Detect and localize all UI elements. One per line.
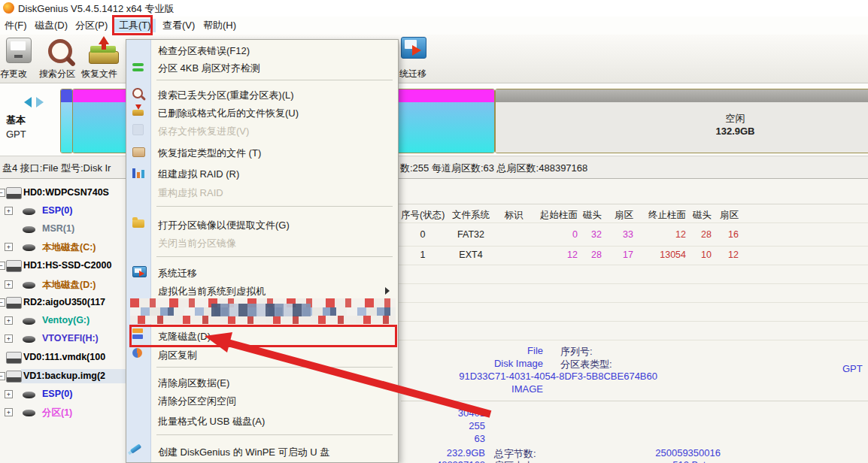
menu-item-sector-copy[interactable]: 扇区复制 — [126, 346, 398, 363]
disk-icon — [6, 352, 22, 364]
menu-item-4kb-alignment[interactable]: 分区 4KB 扇区对齐检测 — [126, 59, 398, 76]
cell-end-cyl[interactable]: 12 — [638, 229, 686, 241]
annotation-box-clone-disk — [129, 325, 397, 347]
menu-separator — [156, 367, 393, 368]
tree-item-hd0[interactable]: HD0:WDPCSN740S — [0, 185, 134, 201]
info-separator — [401, 401, 868, 401]
col-header-end-head[interactable]: 磁头 — [690, 209, 712, 221]
expand-icon[interactable] — [5, 316, 13, 325]
nav-next-icon[interactable] — [36, 97, 44, 107]
info-interface-value: File — [468, 345, 543, 356]
col-header-end-cyl[interactable]: 终止柱面 — [638, 209, 686, 221]
partition-block-esp[interactable] — [60, 89, 73, 153]
toolbar-recover-label[interactable]: 恢复文件 — [81, 68, 117, 80]
toolbar-migrate-label[interactable]: 统迁移 — [399, 68, 426, 80]
file-recovery-icon — [132, 110, 144, 116]
expand-icon[interactable] — [5, 207, 13, 215]
cell-start-cyl[interactable]: 12 — [527, 250, 578, 262]
tree-item-hd1[interactable]: HD1:HS-SSD-C2000 — [0, 258, 134, 274]
menu-item-search-lost-partitions[interactable]: 搜索已丢失分区(重建分区表)(L) — [126, 86, 398, 103]
expand-icon[interactable] — [0, 189, 5, 197]
menubar-partition[interactable]: 分区(P) — [71, 19, 112, 32]
expand-icon[interactable] — [5, 243, 13, 251]
expand-icon[interactable] — [0, 372, 5, 380]
col-header-label[interactable]: 标识 — [498, 209, 530, 221]
col-header-start-sec[interactable]: 扇区 — [606, 209, 633, 221]
col-header-start-cyl[interactable]: 起始柱面 — [527, 209, 578, 221]
cell-start-cyl[interactable]: 0 — [527, 229, 578, 241]
cell-end-head[interactable]: 28 — [690, 229, 712, 241]
cell-serial[interactable]: 0 — [401, 229, 445, 241]
cell-end-sec[interactable]: 12 — [716, 250, 739, 262]
tree-item-esp0-vd1[interactable]: ESP(0) — [0, 386, 134, 403]
menu-item-save-recovery-progress[interactable]: 保存文件恢复进度(V) — [126, 122, 398, 139]
menu-item-erase-sectors[interactable]: 清除扇区数据(E) — [126, 374, 398, 391]
menu-item-create-winpe-usb[interactable]: 创建 DiskGenius 的 WinPE 可启动 U 盘 — [126, 443, 398, 460]
col-header-start-head[interactable]: 磁头 — [581, 209, 602, 221]
menu-item-label: 保存文件恢复进度(V) — [158, 125, 249, 138]
menu-item-build-virtual-raid[interactable]: 组建虚拟 RAID (R) — [126, 165, 398, 182]
expand-icon[interactable] — [5, 390, 13, 398]
free-space-size: 132.9GB — [496, 126, 868, 137]
cell-start-sec[interactable]: 17 — [606, 250, 633, 262]
menu-item-wipe-free-space[interactable]: 清除分区空闲空间 — [126, 392, 398, 409]
tree-item-msr1[interactable]: MSR(1) — [0, 221, 134, 238]
cell-end-sec[interactable]: 16 — [716, 229, 739, 241]
system-migrate-icon[interactable] — [401, 37, 426, 59]
menu-item-rebuild-virtual-raid[interactable]: 重构虚拟 RAID — [126, 183, 398, 201]
toolbar-save-label[interactable]: 存更改 — [0, 68, 27, 80]
tree-item-vd1[interactable]: VD1:backup.img(2 — [0, 368, 134, 385]
menu-item-label: 打开分区镜像以便提取文件(G) — [158, 219, 290, 232]
cell-end-head[interactable]: 10 — [690, 250, 712, 262]
tree-item-esp0[interactable]: ESP(0) — [0, 203, 134, 219]
menu-item-batch-format-usb[interactable]: 批量格式化 USB 磁盘(A) — [126, 412, 398, 429]
col-header-end-sec[interactable]: 扇区 — [716, 209, 739, 221]
title-bar: DiskGenius V5.4.5.1412 x64 专业版 — [0, 0, 868, 17]
cell-filesystem[interactable]: EXT4 — [448, 250, 493, 262]
menubar-file[interactable]: 件(F) — [0, 19, 32, 32]
tree-item-vtoyefi[interactable]: VTOYEFI(H:) — [0, 331, 134, 347]
tree-item-local-c[interactable]: 本地磁盘(C:) — [0, 239, 134, 256]
expand-icon[interactable] — [5, 280, 13, 289]
menu-item-label: 组建虚拟 RAID (R) — [158, 168, 239, 181]
menu-item-check-partition-table[interactable]: 检查分区表错误(F12) — [126, 41, 398, 59]
expand-icon[interactable] — [5, 408, 13, 416]
tree-item-local-d[interactable]: 本地磁盘(D:) — [0, 277, 134, 293]
menubar-view[interactable]: 查看(V) — [158, 19, 199, 32]
tree-label: Ventoy(G:) — [42, 315, 90, 325]
expand-icon[interactable] — [0, 298, 5, 307]
expand-icon[interactable] — [0, 262, 5, 270]
disk-type-label: 基本 — [6, 113, 26, 127]
tree-item-rd2[interactable]: RD2:aigoU350(117 — [0, 295, 134, 311]
cell-filesystem[interactable]: FAT32 — [448, 229, 493, 241]
menu-item-file-recovery[interactable]: 已删除或格式化后的文件恢复(U) — [126, 104, 398, 121]
menu-item-system-migration[interactable]: 系统迁移 — [126, 264, 398, 281]
menu-item-close-partition-image[interactable]: 关闭当前分区镜像 — [126, 234, 398, 251]
cell-serial[interactable]: 1 — [401, 250, 445, 262]
menu-item-virtualize-system[interactable]: 虚拟化当前系统到虚拟机 — [126, 282, 398, 299]
cell-start-head[interactable]: 28 — [581, 250, 602, 262]
tree-item-partition1[interactable]: 分区(1) — [0, 404, 134, 421]
col-header-filesystem[interactable]: 文件系统 — [448, 209, 493, 221]
toolbar-search-label[interactable]: 搜索分区 — [39, 68, 75, 80]
cell-start-sec[interactable]: 33 — [606, 229, 633, 241]
cell-end-cyl[interactable]: 13054 — [638, 250, 686, 262]
disk-tree-sidebar: HD0:WDPCSN740S ESP(0) MSR(1) 本地磁盘(C:) HD… — [0, 179, 134, 463]
search-partition-icon[interactable] — [48, 39, 72, 63]
censored-menu-item[interactable] — [130, 298, 396, 324]
menu-item-recover-file-types[interactable]: 恢复指定类型的文件 (T) — [126, 144, 398, 161]
partition-icon — [23, 336, 35, 343]
menubar-help[interactable]: 帮助(H) — [199, 19, 241, 32]
save-changes-icon[interactable] — [6, 38, 32, 63]
recover-files-icon[interactable] — [89, 39, 117, 63]
menu-item-open-partition-image[interactable]: 打开分区镜像以便提取文件(G) — [126, 216, 398, 233]
col-header-serial[interactable]: 序号(状态) — [401, 209, 445, 221]
expand-icon[interactable] — [5, 334, 13, 343]
diskgenius-window: DiskGenius V5.4.5.1412 x64 专业版 件(F) 磁盘(D… — [0, 0, 868, 463]
tree-item-ventoy[interactable]: Ventoy(G:) — [0, 313, 134, 329]
nav-prev-icon[interactable] — [24, 97, 32, 107]
free-space-block[interactable]: 空闲 132.9GB — [495, 89, 868, 153]
cell-start-head[interactable]: 32 — [581, 229, 602, 241]
menubar-disk[interactable]: 磁盘(D) — [30, 19, 72, 32]
tree-item-vd0[interactable]: VD0:111.vmdk(100 — [0, 350, 134, 366]
